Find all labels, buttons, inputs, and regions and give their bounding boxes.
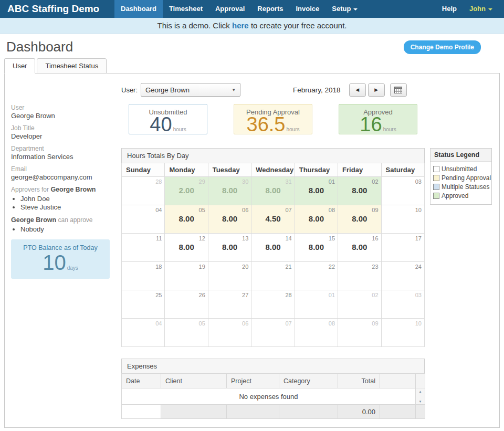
nav-item-invoice[interactable]: Invoice xyxy=(289,0,326,18)
calendar-cell[interactable]: 308.00 xyxy=(208,177,251,205)
page-header: Dashboard Change Demo Profile xyxy=(0,34,504,56)
calendar-hours-value: 4.50 xyxy=(251,214,294,223)
calendar-cell[interactable]: 148.00 xyxy=(251,234,295,262)
calendar-cell[interactable]: 018.00 xyxy=(295,177,338,205)
calendar-day-number: 28 xyxy=(122,177,164,185)
calendar-cell[interactable]: 098.00 xyxy=(338,205,381,234)
calendar-day-number: 29 xyxy=(165,177,207,185)
calendar-cell[interactable]: 292.00 xyxy=(165,177,208,205)
calendar-cell[interactable]: 074.50 xyxy=(251,205,295,234)
calendar-cell[interactable]: 10 xyxy=(381,205,424,234)
calendar-cell[interactable]: 128.00 xyxy=(165,234,208,262)
calendar-cell[interactable]: 06 xyxy=(208,319,251,347)
calendar-cell[interactable]: 02 xyxy=(338,290,381,319)
calendar-week-row: 04050607080910 xyxy=(122,319,425,347)
legend-label: Pending Approval xyxy=(442,174,491,182)
calendar-cell[interactable]: 068.00 xyxy=(208,205,251,234)
calendar-cell[interactable]: 168.00 xyxy=(338,234,381,262)
calendar-cell[interactable]: 20 xyxy=(208,262,251,290)
tab-user[interactable]: User xyxy=(4,58,35,73)
calendar-cell[interactable]: 09 xyxy=(338,319,381,347)
calendar-day-number: 13 xyxy=(208,234,251,241)
calendar-cell[interactable]: 26 xyxy=(165,290,208,319)
calendar-cell[interactable]: 04 xyxy=(122,319,165,347)
calendar-header-row: SundayMondayTuesdayWednesdayThursdayFrid… xyxy=(122,163,425,177)
user-select[interactable]: George Brown ▼ xyxy=(141,83,240,97)
calendar-day-number: 23 xyxy=(338,262,381,270)
calendar-cell[interactable]: 058.00 xyxy=(165,205,208,234)
legend-label: Unsubmitted xyxy=(442,165,477,173)
calendar-cell[interactable]: 03 xyxy=(381,177,424,205)
calendar-cell[interactable]: 19 xyxy=(165,262,208,290)
calendar-hours-value: 2.00 xyxy=(165,186,207,195)
legend-item-approved: Approved xyxy=(433,192,489,199)
tab-timesheet-status[interactable]: Timesheet Status xyxy=(37,58,107,73)
nav-item-reports[interactable]: Reports xyxy=(251,0,289,18)
calendar-day-number: 05 xyxy=(165,319,207,327)
calendar-cell[interactable]: 22 xyxy=(295,262,338,290)
expenses-header-row: DateClientProjectCategoryTotal xyxy=(122,374,425,388)
stats-cards: Unsubmitted40hoursPending Approval36.5ho… xyxy=(121,104,425,134)
banner-signup-link[interactable]: here xyxy=(232,21,249,30)
legend-swatch-multiple xyxy=(433,184,439,190)
calendar-cell[interactable]: 07 xyxy=(251,319,295,347)
expenses-section: Expenses DateClientProjectCategoryTotal … xyxy=(121,359,425,419)
calendar-cell[interactable]: 318.00 xyxy=(251,177,295,205)
stat-value-row: 40hours xyxy=(129,116,207,133)
stat-value-row: 16hours xyxy=(339,116,417,133)
calendar-cell[interactable]: 17 xyxy=(381,234,424,262)
calendar-cell[interactable]: 28 xyxy=(122,177,165,205)
calendar-cell[interactable]: 23 xyxy=(338,262,381,290)
nav-item-timesheet[interactable]: Timesheet xyxy=(163,0,209,18)
calendar-cell[interactable]: 28 xyxy=(251,290,295,319)
pto-balance-card: PTO Balance as of Today 10days xyxy=(11,239,110,279)
calendar-cell[interactable]: 25 xyxy=(122,290,165,319)
calendar-cell[interactable]: 11 xyxy=(122,234,165,262)
status-legend: Status Legend UnsubmittedPending Approva… xyxy=(430,148,492,205)
calendar-day-number: 08 xyxy=(295,205,338,213)
calendar-cell[interactable]: 21 xyxy=(251,262,295,290)
calendar-cell[interactable]: 10 xyxy=(381,319,424,347)
calendar-cell[interactable]: 158.00 xyxy=(295,234,338,262)
calendar-cell[interactable]: 05 xyxy=(165,319,208,347)
calendar-cell[interactable]: 08 xyxy=(295,319,338,347)
can-approve-heading-name: George Brown xyxy=(11,216,56,224)
calendar-cell[interactable]: 04 xyxy=(122,205,165,234)
change-demo-profile-button[interactable]: Change Demo Profile xyxy=(404,40,481,54)
approvers-heading-name: George Brown xyxy=(50,186,96,193)
calendar-cell[interactable]: 18 xyxy=(122,262,165,290)
nav-item-dashboard[interactable]: Dashboard xyxy=(114,0,163,18)
calendar-cell[interactable]: 088.00 xyxy=(295,205,338,234)
calendar-cell[interactable]: 01 xyxy=(295,290,338,319)
nav-item-approval[interactable]: Approval xyxy=(209,0,251,18)
calendar-cell[interactable]: 138.00 xyxy=(208,234,251,262)
calendar-day-number: 19 xyxy=(165,262,207,270)
calendar-button[interactable] xyxy=(390,83,407,97)
calendar-cell[interactable]: 03 xyxy=(381,290,424,319)
calendar-day-number: 02 xyxy=(338,177,381,185)
approver-item: John Doe xyxy=(20,195,114,203)
expenses-footer-cell xyxy=(227,405,279,419)
chevron-down-icon xyxy=(353,8,358,10)
calendar-cell[interactable]: 24 xyxy=(381,262,424,290)
calendar-title: Hours Totals By Day xyxy=(121,148,425,163)
tabs: User Timesheet Status xyxy=(4,58,504,73)
next-month-button[interactable]: ▶ xyxy=(368,83,385,97)
calendar-day-number: 06 xyxy=(208,205,251,213)
nav-user-menu[interactable]: John xyxy=(463,0,499,18)
prev-month-button[interactable]: ◀ xyxy=(349,83,366,97)
nav-item-help[interactable]: Help xyxy=(436,0,463,18)
expenses-scrollbar[interactable]: ▲ ▼ xyxy=(416,388,425,405)
calendar-cell[interactable]: 27 xyxy=(208,290,251,319)
profile-field-label: User xyxy=(11,104,114,111)
calendar-day-number: 26 xyxy=(165,290,207,298)
profile-field-label: Email xyxy=(11,165,114,173)
nav-right: Help John xyxy=(436,0,504,18)
calendar-day-header: Saturday xyxy=(381,163,424,177)
nav-item-setup[interactable]: Setup xyxy=(326,0,364,18)
calendar-cell[interactable]: 028.00 xyxy=(338,177,381,205)
profile-field: DepartmentInformation Services xyxy=(11,145,114,161)
scroll-up-icon[interactable]: ▲ xyxy=(416,389,425,394)
profile-field-value: George Brown xyxy=(11,112,114,120)
scroll-down-icon[interactable]: ▼ xyxy=(416,399,425,404)
